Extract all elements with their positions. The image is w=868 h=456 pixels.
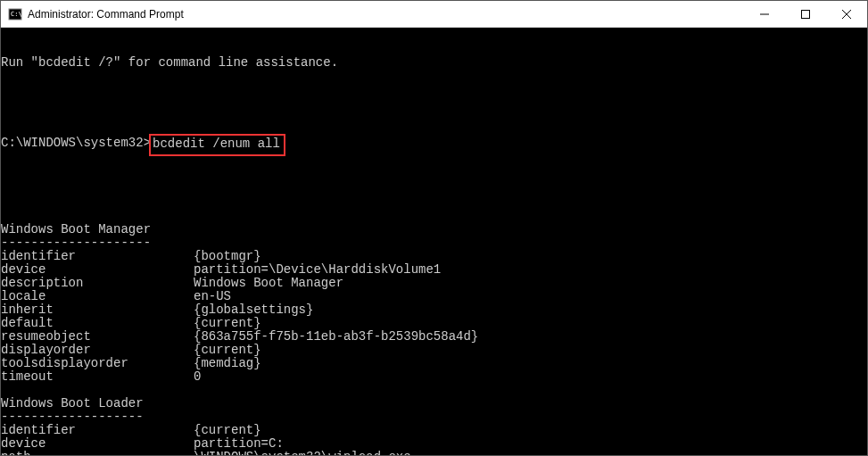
output-value: en-US <box>194 290 231 303</box>
output-key: path <box>1 451 194 455</box>
output-key: default <box>1 317 194 330</box>
terminal-area[interactable]: Run "bcdedit /?" for command line assist… <box>1 28 867 455</box>
output-key: identifier <box>1 424 194 437</box>
output-key: toolsdisplayorder <box>1 357 194 370</box>
output-key: locale <box>1 290 194 303</box>
output-key: inherit <box>1 303 194 317</box>
prompt-path: C:\WINDOWS\system32> <box>1 137 151 150</box>
section-title: Windows Boot Manager <box>1 223 867 236</box>
output-row: identifier{bootmgr} <box>1 250 867 263</box>
output-row: devicepartition=\Device\HarddiskVolume1 <box>1 263 867 277</box>
window-title: Administrator: Command Prompt <box>28 8 744 21</box>
section-divider: -------------------- <box>1 236 867 250</box>
blank-line <box>1 183 867 196</box>
cmd-icon: C:\ <box>8 7 22 21</box>
output-key: identifier <box>1 250 194 263</box>
output-value: \WINDOWS\system32\winload.exe <box>194 451 411 455</box>
output-value: {globalsettings} <box>194 303 313 317</box>
command-text: bcdedit /enum all <box>153 137 280 151</box>
svg-line-5 <box>842 10 851 19</box>
section-divider: ------------------- <box>1 410 867 424</box>
minimize-button[interactable] <box>744 1 785 27</box>
close-button[interactable] <box>826 1 867 27</box>
output-key: resumeobject <box>1 330 194 344</box>
output-value: {current} <box>194 424 261 437</box>
output-row: path\WINDOWS\system32\winload.exe <box>1 451 867 455</box>
output-row: resumeobject{863a755f-f75b-11eb-ab3f-b25… <box>1 330 867 344</box>
output-row: inherit{globalsettings} <box>1 303 867 317</box>
blank-line <box>1 96 867 110</box>
svg-rect-3 <box>802 10 810 18</box>
output-value: 0 <box>194 370 201 384</box>
svg-line-4 <box>842 10 851 19</box>
output-key: timeout <box>1 370 194 384</box>
output-value: partition=C: <box>194 437 284 451</box>
maximize-button[interactable] <box>785 1 826 27</box>
output-key: description <box>1 277 194 290</box>
output-row: toolsdisplayorder{memdiag} <box>1 357 867 370</box>
output-row: localeen-US <box>1 290 867 303</box>
output-value: Windows Boot Manager <box>194 277 343 290</box>
output-sections: Windows Boot Manager--------------------… <box>1 223 867 455</box>
output-value: {863a755f-f75b-11eb-ab3f-b2539bc58a4d} <box>194 330 478 344</box>
output-row: identifier{current} <box>1 424 867 437</box>
output-value: {current} <box>194 317 261 330</box>
output-row: devicepartition=C: <box>1 437 867 451</box>
output-value: {current} <box>194 344 261 357</box>
help-line: Run "bcdedit /?" for command line assist… <box>1 56 867 70</box>
output-row: displayorder{current} <box>1 344 867 357</box>
command-line: C:\WINDOWS\system32>bcdedit /enum all <box>1 137 867 156</box>
svg-text:C:\: C:\ <box>11 11 22 18</box>
output-row: timeout0 <box>1 370 867 384</box>
blank-line <box>1 384 867 397</box>
window-controls <box>744 1 867 27</box>
titlebar[interactable]: C:\ Administrator: Command Prompt <box>1 1 867 28</box>
output-value: {bootmgr} <box>194 250 261 263</box>
output-key: device <box>1 263 194 277</box>
output-row: default{current} <box>1 317 867 330</box>
output-key: device <box>1 437 194 451</box>
output-value: {memdiag} <box>194 357 261 370</box>
output-key: displayorder <box>1 344 194 357</box>
cmd-window: C:\ Administrator: Command Prompt Run "b… <box>0 0 868 456</box>
section-title: Windows Boot Loader <box>1 397 867 410</box>
output-row: descriptionWindows Boot Manager <box>1 277 867 290</box>
output-value: partition=\Device\HarddiskVolume1 <box>194 263 441 277</box>
highlighted-command: bcdedit /enum all <box>149 134 285 156</box>
